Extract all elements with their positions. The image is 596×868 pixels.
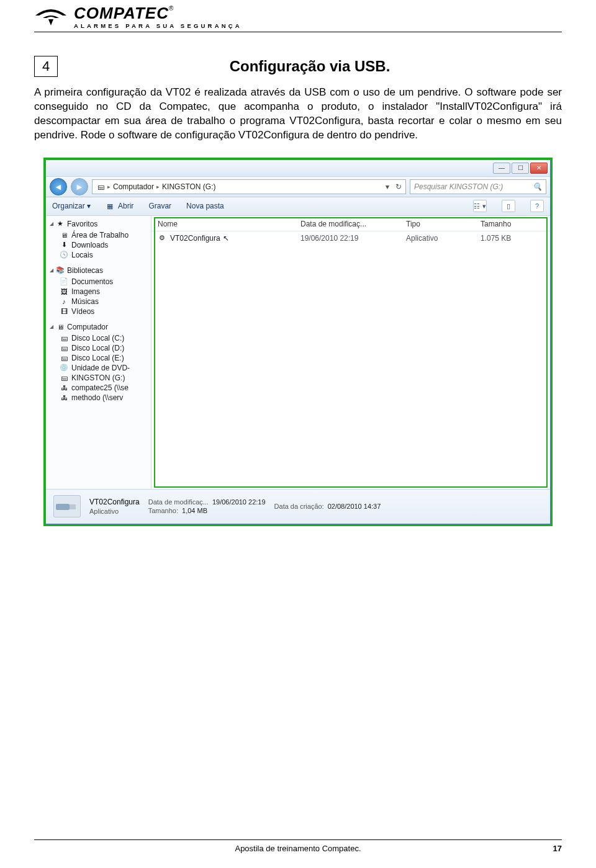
file-name: VT02Configura xyxy=(170,234,220,243)
sidebar-computer[interactable]: Computador xyxy=(67,323,108,331)
col-size[interactable]: Tamanho xyxy=(481,220,544,228)
section-heading: 4 Configuração via USB. xyxy=(34,56,562,77)
new-folder-button[interactable]: Nova pasta xyxy=(186,202,224,210)
drive-icon: 🖴 xyxy=(96,182,105,191)
open-icon: ▦ xyxy=(106,202,114,210)
computer-icon: 🖥 xyxy=(56,323,65,331)
file-size: 1.075 KB xyxy=(481,234,544,243)
details-bar: VT02Configura Aplicativo Data de modific… xyxy=(46,489,550,524)
column-headers: Nome Data de modificaç... Tipo Tamanho xyxy=(151,216,550,231)
details-subtitle: Aplicativo xyxy=(89,508,140,515)
col-date[interactable]: Data de modificaç... xyxy=(300,220,406,228)
usb-icon xyxy=(53,495,81,517)
sidebar-item-desktop[interactable]: 🖥Área de Trabalho xyxy=(50,230,151,240)
sidebar-item-videos[interactable]: 🎞Vídeos xyxy=(50,306,151,316)
svg-rect-2 xyxy=(70,504,76,509)
library-icon: 📚 xyxy=(56,266,65,275)
sidebar-item-places[interactable]: 🕓Locais xyxy=(50,250,151,260)
sidebar-item-net2[interactable]: 🖧methodo (\\serv xyxy=(50,393,151,403)
sidebar-item-downloads[interactable]: ⬇Downloads xyxy=(50,240,151,250)
sidebar-item-music[interactable]: ♪Músicas xyxy=(50,297,151,306)
sidebar-item-drive-c[interactable]: 🖴Disco Local (C:) xyxy=(50,333,151,343)
logo-title: COMPATEC® xyxy=(74,5,242,21)
cursor-icon: ↖ xyxy=(223,234,229,243)
file-list-pane: Nome Data de modificaç... Tipo Tamanho ⚙… xyxy=(151,216,550,489)
organize-menu[interactable]: Organizar ▾ xyxy=(52,202,91,210)
sidebar-item-kingston[interactable]: 🖴KINGSTON (G:) xyxy=(50,373,151,383)
sidebar-item-images[interactable]: 🖼Imagens xyxy=(50,287,151,297)
command-bar: Organizar ▾ ▦ Abrir Gravar Nova pasta ☷ … xyxy=(46,197,550,216)
file-type: Aplicativo xyxy=(406,234,481,243)
file-row[interactable]: ⚙ VT02Configura ↖ 19/06/2010 22:19 Aplic… xyxy=(151,231,550,245)
page-header: COMPATEC® ALARMES PARA SUA SEGURANÇA xyxy=(34,0,562,32)
star-icon: ★ xyxy=(56,220,65,228)
sidebar-favorites[interactable]: Favoritos xyxy=(67,220,97,228)
footer-text: Apostila de treinamento Compatec. xyxy=(235,844,361,853)
close-button[interactable]: ✕ xyxy=(530,163,548,174)
breadcrumb-root[interactable]: Computador xyxy=(113,182,154,191)
minimize-button[interactable]: — xyxy=(493,163,510,174)
window-titlebar: — ☐ ✕ xyxy=(46,160,550,176)
breadcrumb-bar[interactable]: 🖴 ▸ Computador ▸ KINGSTON (G:) ▾ ↻ xyxy=(92,179,406,194)
help-button[interactable]: ? xyxy=(530,200,544,212)
logo-subtitle: ALARMES PARA SUA SEGURANÇA xyxy=(74,22,242,29)
sidebar-item-drive-e[interactable]: 🖴Disco Local (E:) xyxy=(50,353,151,363)
maximize-button[interactable]: ☐ xyxy=(512,163,529,174)
back-button[interactable]: ◄ xyxy=(50,178,67,195)
nav-toolbar: ◄ ► 🖴 ▸ Computador ▸ KINGSTON (G:) ▾ ↻ P… xyxy=(46,176,550,197)
sidebar-item-documents[interactable]: 📄Documentos xyxy=(50,277,151,287)
sidebar-item-dvd[interactable]: 💿Unidade de DVD- xyxy=(50,363,151,373)
sidebar-item-drive-d[interactable]: 🖴Disco Local (D:) xyxy=(50,343,151,353)
section-title: Configuração via USB. xyxy=(58,58,562,75)
page-number: 17 xyxy=(553,844,562,853)
burn-button[interactable]: Gravar xyxy=(148,202,171,210)
explorer-sidebar: ◢★Favoritos 🖥Área de Trabalho ⬇Downloads… xyxy=(46,216,151,489)
svg-rect-1 xyxy=(56,504,70,510)
highlight-box xyxy=(154,217,548,488)
breadcrumb-drive[interactable]: KINGSTON (G:) xyxy=(162,182,215,191)
preview-pane-button[interactable]: ▯ xyxy=(502,200,515,212)
col-name[interactable]: Nome xyxy=(158,220,300,228)
sidebar-libraries[interactable]: Bibliotecas xyxy=(67,266,103,275)
search-input[interactable]: Pesquisar KINGSTON (G:) 🔍 xyxy=(410,179,546,194)
open-button[interactable]: ▦ Abrir xyxy=(106,202,133,210)
view-button[interactable]: ☷ ▾ xyxy=(473,200,487,212)
forward-button[interactable]: ► xyxy=(71,178,88,195)
sidebar-item-net1[interactable]: 🖧compatec25 (\\se xyxy=(50,383,151,393)
page-footer: Apostila de treinamento Compatec. 17 xyxy=(34,839,562,853)
file-date: 19/06/2010 22:19 xyxy=(300,234,406,243)
app-icon: ⚙ xyxy=(158,234,166,243)
details-title: VT02Configura xyxy=(89,498,140,506)
svg-marker-0 xyxy=(48,19,53,25)
compatec-logo-icon xyxy=(34,7,68,28)
col-type[interactable]: Tipo xyxy=(406,220,481,228)
search-icon: 🔍 xyxy=(533,182,542,191)
section-number: 4 xyxy=(34,56,58,77)
body-paragraph: A primeira configuração da VT02 é realiz… xyxy=(34,86,562,143)
explorer-screenshot: — ☐ ✕ ◄ ► 🖴 ▸ Computador ▸ KINGSTON (G:)… xyxy=(43,158,553,526)
